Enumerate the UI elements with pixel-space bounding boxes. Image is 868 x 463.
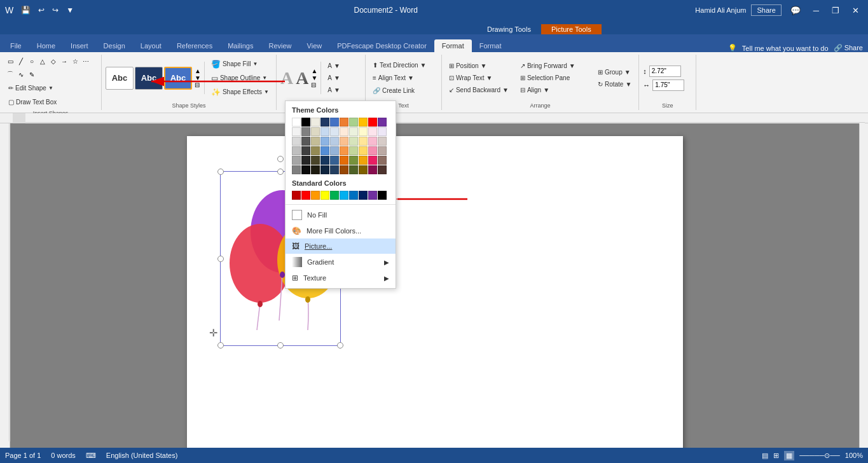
position-btn[interactable]: ⊞ Position▼ [446,60,516,71]
theme-color-cell-59[interactable] [378,165,387,174]
handle-bl[interactable] [217,342,224,349]
handle-ml[interactable] [217,256,224,262]
tab-pdfescape[interactable]: PDFescape Desktop Creator [329,39,434,52]
share-button[interactable]: Share [751,4,781,16]
theme-color-cell-26[interactable] [349,137,358,146]
draw-text-box-btn[interactable]: ▢ Draw Text Box [5,97,60,107]
theme-color-cell-22[interactable] [311,137,320,146]
theme-color-cell-17[interactable] [359,127,368,136]
no-fill-item[interactable]: No Fill [286,207,396,223]
view-web-icon[interactable]: ⊞ [773,452,779,460]
std-color-cell-8[interactable] [368,191,377,200]
theme-color-cell-31[interactable] [301,146,310,155]
theme-color-cell-12[interactable] [311,127,320,136]
theme-color-cell-39[interactable] [378,146,387,155]
theme-color-cell-13[interactable] [320,127,329,136]
bring-forward-btn[interactable]: ↗ Bring Forward▼ [517,60,593,71]
theme-color-cell-18[interactable] [368,127,377,136]
theme-color-cell-53[interactable] [320,165,329,174]
theme-color-cell-42[interactable] [311,156,320,165]
handle-tm[interactable] [277,169,284,175]
text-direction-btn[interactable]: ⬆ Text Direction▼ [369,60,429,71]
theme-color-cell-27[interactable] [359,137,368,146]
std-color-cell-2[interactable] [311,191,320,200]
shape-line-icon[interactable]: ╱ [16,56,26,66]
share-btn-top[interactable]: 🔗 Share [834,44,863,52]
edit-shape-btn[interactable]: ✏ Edit Shape ▼ [5,83,57,93]
close-btn[interactable]: ✕ [848,4,863,17]
effects-arrow[interactable]: ▼ [264,89,269,95]
theme-color-cell-15[interactable] [340,127,348,136]
theme-color-cell-41[interactable] [301,156,310,165]
group-btn[interactable]: ⊞ Group▼ [595,67,635,78]
theme-color-cell-52[interactable] [311,165,320,174]
selection-pane-btn[interactable]: ⊞ Selection Pane [517,73,593,83]
theme-color-cell-14[interactable] [330,127,339,136]
theme-color-cell-49[interactable] [378,156,387,165]
theme-color-cell-25[interactable] [340,137,348,146]
shape-outline-btn[interactable]: ▭ Shape Outline ▼ [208,72,272,85]
wordart-scroll-down[interactable]: ▼ [311,74,317,81]
theme-color-cell-58[interactable] [368,165,377,174]
zoom-slider[interactable]: ─────⊙── [799,452,840,460]
theme-color-cell-43[interactable] [320,156,329,165]
theme-color-cell-2[interactable] [311,118,320,127]
tab-review[interactable]: Review [261,39,300,52]
std-color-cell-3[interactable] [320,191,329,200]
shape-bend-icon[interactable]: ⌒ [5,69,15,79]
text-effects-btn[interactable]: A▼ [324,85,343,95]
theme-color-cell-37[interactable] [359,146,368,155]
wordart-scroll-up[interactable]: ▲ [311,67,317,74]
shape-curve-icon[interactable]: ∿ [16,69,26,79]
theme-color-cell-21[interactable] [301,137,310,146]
document-canvas[interactable]: ✛ [10,123,859,448]
theme-color-cell-29[interactable] [378,137,387,146]
tab-insert[interactable]: Insert [63,39,96,52]
theme-color-cell-34[interactable] [330,146,339,155]
align-text-btn[interactable]: ≡ Align Text▼ [369,73,429,83]
theme-color-cell-55[interactable] [340,165,348,174]
theme-color-cell-19[interactable] [378,127,387,136]
comments-btn[interactable]: 💬 [787,4,804,17]
handle-br[interactable] [337,342,343,349]
theme-color-cell-45[interactable] [340,156,348,165]
theme-color-cell-0[interactable] [292,118,301,127]
picture-item[interactable]: 🖼 Picture... [286,238,396,254]
shape-swatch-3[interactable]: Abc [164,67,192,90]
rotate-handle[interactable] [277,156,284,162]
std-color-cell-9[interactable] [378,191,387,200]
more-colors-item[interactable]: 🎨 More Fill Colors... [286,223,396,238]
align-btn[interactable]: ⊟ Align▼ [517,85,593,95]
theme-color-cell-47[interactable] [359,156,368,165]
undo-quick-btn[interactable]: ↩ [36,4,47,16]
save-quick-btn[interactable]: 💾 [18,4,33,16]
rotate-btn[interactable]: ↻ Rotate▼ [595,79,635,90]
theme-color-cell-51[interactable] [301,165,310,174]
theme-color-cell-23[interactable] [320,137,329,146]
tab-view[interactable]: View [300,39,330,52]
shape-swatch-1[interactable]: Abc [106,67,134,90]
theme-color-cell-7[interactable] [359,118,368,127]
outline-arrow[interactable]: ▼ [262,75,267,81]
view-print-icon[interactable]: ▦ [784,451,794,460]
height-input[interactable] [649,66,681,77]
texture-item[interactable]: ⊞ Texture ▶ [286,270,396,286]
theme-color-cell-1[interactable] [301,118,310,127]
theme-color-cell-54[interactable] [330,165,339,174]
std-color-cell-4[interactable] [330,191,339,200]
wordart-expand[interactable]: ⊟ [311,81,316,88]
theme-color-cell-20[interactable] [292,137,301,146]
gradient-item[interactable]: Gradient ▶ [286,254,396,270]
scroll-down-icon[interactable]: ▼ [195,74,201,81]
handle-bm[interactable] [277,342,284,349]
shape-more-icon[interactable]: ⋯ [81,56,91,66]
theme-color-cell-46[interactable] [349,156,358,165]
shape-fill-btn[interactable]: 🪣 Shape Fill ▼ [208,58,272,71]
theme-color-cell-38[interactable] [368,146,377,155]
shape-freeform-icon[interactable]: ✎ [27,69,37,79]
width-input[interactable] [652,79,684,91]
theme-color-cell-33[interactable] [320,146,329,155]
theme-color-cell-48[interactable] [368,156,377,165]
std-color-cell-1[interactable] [301,191,310,200]
minimize-btn[interactable]: ─ [809,4,823,17]
